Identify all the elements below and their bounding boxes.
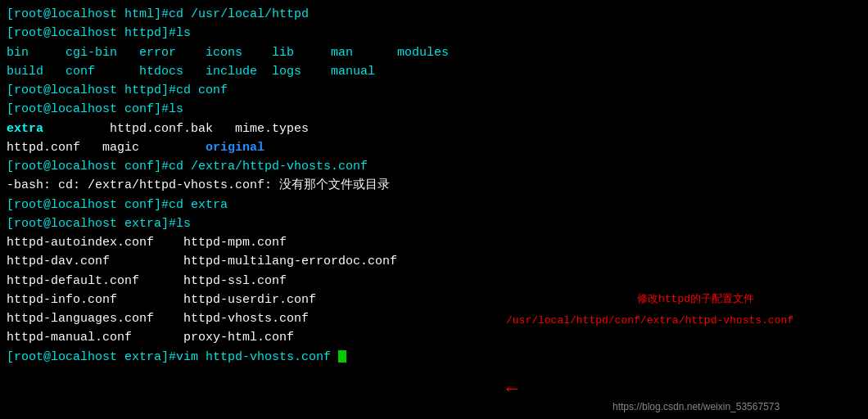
- terminal-line-14: httpd-dav.conf httpd-multilang-errordoc.…: [7, 252, 861, 271]
- terminal-line-13: httpd-autoindex.conf httpd-mpm.conf: [7, 233, 861, 252]
- terminal: [root@localhost html]#cd /usr/local/http…: [0, 0, 868, 419]
- left-arrow-icon: ←: [506, 378, 518, 400]
- terminal-line-7: extra httpd.conf.bak mime.types: [7, 119, 861, 138]
- line-text: [root@localhost httpd]#cd conf: [7, 83, 228, 97]
- line-text-original: original: [206, 141, 264, 155]
- terminal-line-5: [root@localhost httpd]#cd conf: [7, 81, 861, 100]
- line-text-httpd: httpd.conf magic: [7, 141, 206, 155]
- terminal-line-19: [root@localhost extra]#vim httpd-vhosts.…: [7, 348, 861, 367]
- terminal-line-8: httpd.conf magic original: [7, 138, 861, 157]
- line-text: [root@localhost conf]#ls: [7, 102, 183, 116]
- line-text: [root@localhost conf]#cd /extra/httpd-vh…: [7, 160, 368, 173]
- terminal-line-1: [root@localhost html]#cd /usr/local/http…: [7, 5, 861, 24]
- terminal-line-15: httpd-default.conf httpd-ssl.conf: [7, 272, 861, 291]
- terminal-line-12: [root@localhost extra]#ls: [7, 214, 861, 233]
- terminal-line-18: httpd-manual.conf proxy-html.conf: [7, 328, 861, 347]
- line-text: -bash: cd: /extra/httpd-vhosts.conf: 没有那…: [7, 178, 390, 192]
- line-text: [root@localhost conf]#cd extra: [7, 198, 228, 212]
- line-text: httpd-dav.conf httpd-multilang-errordoc.…: [7, 255, 397, 268]
- line-text: [root@localhost extra]#ls: [7, 217, 191, 231]
- line-text: bin cgi-bin error icons lib man modules: [7, 46, 449, 60]
- line-text-rest: httpd.conf.bak mime.types: [43, 122, 309, 136]
- line-text: [root@localhost extra]#vim httpd-vhosts.…: [7, 350, 346, 364]
- line-text: [root@localhost httpd]#ls: [7, 26, 191, 40]
- line-text-extra: extra: [7, 122, 43, 136]
- terminal-line-9: [root@localhost conf]#cd /extra/httpd-vh…: [7, 157, 861, 176]
- terminal-line-3: bin cgi-bin error icons lib man modules: [7, 43, 861, 62]
- line-text: build conf htdocs include logs manual: [7, 65, 375, 79]
- line-text: httpd-languages.conf httpd-vhosts.conf: [7, 312, 309, 326]
- red-arrow-indicator: ←: [506, 378, 518, 400]
- annotation-modify-config: 修改httpd的子配置文件: [637, 291, 754, 306]
- line-text: [root@localhost html]#cd /usr/local/http…: [7, 7, 309, 21]
- terminal-line-6: [root@localhost conf]#ls: [7, 100, 861, 119]
- watermark-url: https://blog.csdn.net/weixin_53567573: [613, 401, 780, 412]
- terminal-line-4: build conf htdocs include logs manual: [7, 62, 861, 81]
- terminal-line-2: [root@localhost httpd]#ls: [7, 24, 861, 43]
- terminal-line-10: -bash: cd: /extra/httpd-vhosts.conf: 没有那…: [7, 176, 861, 195]
- line-text: httpd-autoindex.conf httpd-mpm.conf: [7, 236, 287, 250]
- line-text: httpd-manual.conf proxy-html.conf: [7, 331, 294, 345]
- line-text: httpd-info.conf httpd-userdir.conf: [7, 293, 316, 307]
- line-text: httpd-default.conf httpd-ssl.conf: [7, 274, 287, 288]
- terminal-line-11: [root@localhost conf]#cd extra: [7, 196, 861, 214]
- annotation-path: /usr/local/httpd/conf/extra/httpd-vhosts…: [506, 314, 793, 327]
